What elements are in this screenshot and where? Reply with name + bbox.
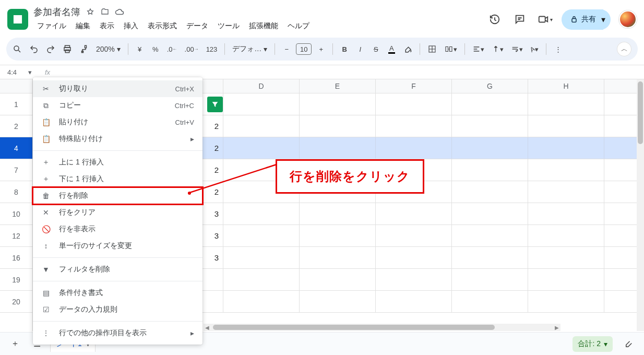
bold-button[interactable]: B — [338, 43, 351, 55]
increase-decimal-button[interactable]: .00→ — [183, 43, 201, 55]
ctx-insert-above[interactable]: ＋ 上に 1 行挿入 — [33, 154, 202, 171]
valign-button[interactable]: ▾ — [490, 43, 506, 55]
strike-button[interactable]: S — [369, 43, 382, 55]
row-header[interactable]: 1 — [0, 93, 32, 115]
fill-color-button[interactable] — [401, 43, 414, 55]
ctx-more-row-actions[interactable]: ⋮ 行での他の操作項目を表示 ▸ — [33, 325, 202, 341]
column-header[interactable]: F — [376, 79, 452, 93]
select-all-corner[interactable] — [0, 79, 32, 93]
row-header[interactable]: 20 — [0, 291, 32, 313]
menu-tools[interactable]: ツール — [214, 19, 243, 33]
merge-button[interactable]: ▾ — [442, 43, 459, 55]
ctx-resize-row[interactable]: ↕ 単一行のサイズを変更 — [33, 238, 202, 254]
plus-icon: ＋ — [41, 174, 51, 184]
row-header[interactable]: 7 — [0, 159, 32, 181]
ctx-data-validation[interactable]: ☑ データの入力規則 — [33, 301, 202, 318]
share-dropdown[interactable]: ▾ — [596, 9, 611, 30]
callout-connector — [188, 162, 282, 198]
print-icon[interactable] — [61, 43, 74, 55]
filter-icon[interactable] — [207, 97, 223, 112]
name-box[interactable]: 4:4▾ — [0, 68, 33, 76]
trash-icon: 🗑 — [41, 192, 51, 200]
ctx-insert-below[interactable]: ＋ 下に 1 行挿入 — [33, 171, 202, 187]
halign-button[interactable]: ▾ — [470, 43, 486, 55]
fontsize-increase[interactable]: + — [315, 43, 327, 55]
menu-view[interactable]: 表示 — [96, 19, 118, 33]
submenu-arrow-icon: ▸ — [190, 329, 194, 337]
column-header[interactable]: D — [223, 79, 300, 93]
cloud-status-icon[interactable] — [115, 7, 124, 17]
paste-icon: 📋 — [41, 118, 51, 126]
plus-icon: ＋ — [41, 158, 51, 167]
ctx-paste-special[interactable]: 📋 特殊貼り付け ▸ — [33, 131, 202, 147]
title-bar: 参加者名簿 ファイル 編集 表示 挿入 表示形式 データ ツール 拡張機能 ヘル… — [0, 0, 644, 36]
vertical-scrollbar[interactable] — [637, 79, 644, 331]
history-icon[interactable] — [486, 11, 503, 28]
font-select[interactable]: デフォ… ▾ — [230, 43, 269, 55]
svg-point-3 — [14, 46, 19, 51]
ctx-paste[interactable]: 📋 貼り付け Ctrl+V — [33, 114, 202, 131]
ctx-copy[interactable]: ⧉ コピー Ctrl+C — [33, 97, 202, 114]
decrease-decimal-button[interactable]: .0← — [165, 43, 180, 55]
ctx-conditional-format[interactable]: ▤ 条件付き書式 — [33, 285, 202, 301]
copy-icon: ⧉ — [41, 101, 51, 110]
menu-bar: ファイル 編集 表示 挿入 表示形式 データ ツール 拡張機能 ヘルプ — [33, 19, 313, 33]
search-icon[interactable] — [10, 43, 24, 55]
rotate-button[interactable]: A▾ — [528, 43, 541, 55]
row-header[interactable]: 12 — [0, 225, 32, 247]
column-header[interactable]: H — [528, 79, 604, 93]
menu-insert[interactable]: 挿入 — [120, 19, 142, 33]
redo-icon[interactable] — [44, 43, 57, 55]
borders-button[interactable] — [425, 43, 439, 55]
zoom-select[interactable]: 200% ▾ — [94, 43, 123, 55]
row-header[interactable]: 2 — [0, 115, 32, 137]
wrap-button[interactable]: ▾ — [509, 43, 525, 55]
number-format-button[interactable]: 123 — [204, 43, 220, 55]
row-header[interactable]: 10 — [0, 203, 32, 225]
ctx-remove-filter[interactable]: ▼ フィルタを削除 — [33, 261, 202, 278]
ctx-cut[interactable]: ✂ 切り取り Ctrl+X — [33, 80, 202, 97]
add-sheet-button[interactable]: ＋ — [6, 335, 24, 353]
italic-button[interactable]: I — [354, 43, 366, 55]
row-header[interactable]: 4 — [0, 137, 32, 159]
paint-format-icon[interactable] — [77, 43, 91, 55]
column-header[interactable]: E — [300, 79, 376, 93]
menu-data[interactable]: データ — [183, 19, 212, 33]
column-header[interactable]: G — [452, 79, 528, 93]
toolbar: 200% ▾ ¥ % .0← .00→ 123 デフォ… ▾ − 10 + B … — [6, 38, 638, 61]
text-color-button[interactable]: A — [385, 43, 398, 55]
collapse-toolbar-button[interactable]: ︿ — [617, 42, 631, 56]
undo-icon[interactable] — [27, 43, 41, 55]
explore-button[interactable] — [620, 335, 638, 353]
percent-button[interactable]: % — [149, 43, 162, 55]
menu-edit[interactable]: 編集 — [72, 19, 94, 33]
row-header[interactable]: 16 — [0, 247, 32, 269]
menu-format[interactable]: 表示形式 — [144, 19, 181, 33]
svg-line-8 — [188, 164, 277, 193]
move-icon[interactable] — [100, 7, 110, 17]
currency-button[interactable]: ¥ — [134, 43, 146, 55]
document-title[interactable]: 参加者名簿 — [33, 6, 80, 18]
meet-icon[interactable]: ▾ — [536, 11, 553, 28]
quicksum-label[interactable]: 合計: 2▾ — [573, 336, 613, 352]
horizontal-scrollbar[interactable]: ◀▶ — [204, 324, 560, 331]
star-icon[interactable] — [86, 7, 95, 17]
resize-icon: ↕ — [41, 242, 51, 250]
row-header[interactable]: 8 — [0, 181, 32, 203]
row-header[interactable]: 19 — [0, 269, 32, 291]
ctx-delete-row[interactable]: 🗑 行を削除 — [33, 187, 202, 204]
menu-file[interactable]: ファイル — [33, 19, 70, 33]
row-context-menu: ✂ 切り取り Ctrl+X ⧉ コピー Ctrl+C 📋 貼り付け Ctrl+V… — [33, 77, 202, 345]
menu-extensions[interactable]: 拡張機能 — [245, 19, 282, 33]
more-toolbar-button[interactable]: ⋮ — [552, 43, 564, 55]
account-avatar[interactable] — [619, 10, 637, 28]
row-headers: 1 2 4 7 8 10 12 16 19 20 — [0, 79, 33, 331]
ctx-clear-row[interactable]: ✕ 行をクリア — [33, 204, 202, 221]
menu-help[interactable]: ヘルプ — [284, 19, 313, 33]
ctx-hide-row[interactable]: 🚫 行を非表示 — [33, 221, 202, 238]
comments-icon[interactable] — [511, 11, 528, 28]
submenu-arrow-icon: ▸ — [190, 135, 194, 143]
sheets-app-icon[interactable] — [7, 9, 28, 30]
fontsize-decrease[interactable]: − — [280, 43, 293, 55]
fontsize-input[interactable]: 10 — [296, 43, 312, 55]
